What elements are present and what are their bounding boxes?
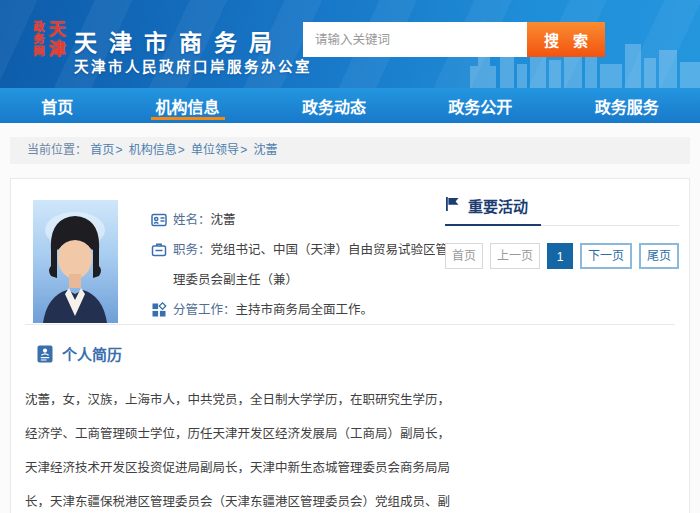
leader-portrait-photo [33, 200, 118, 323]
nav-item-label: 政务服务 [595, 94, 659, 118]
duties-label: 分管工作： [173, 303, 236, 317]
detail-row-position: 职务：党组书记、中国（天津）自由贸易试验区管理委员会副主任（兼） [151, 235, 451, 295]
breadcrumb-link-org-info[interactable]: 机构信息 [129, 143, 177, 157]
breadcrumb-link-unit-leaders[interactable]: 单位领导 [191, 143, 239, 157]
detail-row-duties: 分管工作：主持市商务局全面工作。 [151, 295, 451, 325]
nav-item-label: 政务动态 [302, 94, 366, 118]
important-activities-header: 重要活动 [445, 195, 679, 226]
breadcrumb-separator: > [240, 143, 247, 157]
breadcrumb: 当前位置： 首页> 机构信息> 单位领导> 沈蕾 [10, 137, 690, 164]
name-label: 姓名： [173, 213, 211, 227]
nav-item-label: 首页 [41, 94, 73, 118]
breadcrumb-prefix: 当前位置： [27, 143, 87, 157]
pagination-last-button[interactable]: 尾页 [639, 243, 679, 269]
section-divider [25, 324, 675, 325]
search-input[interactable] [303, 22, 527, 57]
resume-biography-text: 沈蕾，女，汉族，上海市人，中共党员，全日制大学学历，在职研究生学历， 经济学、工… [25, 383, 493, 513]
name-value: 沈蕾 [211, 213, 236, 227]
position-value: 党组书记、中国（天津）自由贸易试验区管理委员会副主任（兼） [173, 243, 448, 287]
nav-item-org-info[interactable]: 机构信息 [156, 88, 220, 123]
nav-item-gov-services[interactable]: 政务服务 [595, 88, 659, 123]
government-seal-logo: 天津 政务网 [16, 20, 64, 68]
nav-item-label: 机构信息 [156, 94, 220, 118]
leader-details: 姓名：沈蕾 职务：党组书记、中国（天津）自由贸易试验区管理委员会副主任（兼） [151, 205, 451, 325]
important-activities-panel: 重要活动 首页 上一页 1 下一页 尾页 [445, 195, 679, 269]
breadcrumb-current-page: 沈蕾 [253, 143, 277, 157]
content-card: 姓名：沈蕾 职务：党组书记、中国（天津）自由贸易试验区管理委员会副主任（兼） [10, 178, 690, 513]
nav-item-label: 政务公开 [448, 94, 512, 118]
seal-text-left: 政务网 [32, 21, 44, 57]
pagination-first-button[interactable]: 首页 [445, 243, 483, 269]
flag-icon [445, 196, 460, 215]
detail-row-name: 姓名：沈蕾 [151, 205, 451, 235]
resume-section-header: 个人简历 [37, 343, 122, 364]
breadcrumb-separator: > [115, 143, 122, 157]
nav-item-home[interactable]: 首页 [41, 88, 73, 123]
seal-text-right: 天津 [46, 20, 65, 60]
nav-item-gov-disclosure[interactable]: 政务公开 [448, 88, 512, 123]
nav-item-gov-news[interactable]: 政务动态 [302, 88, 366, 123]
position-label: 职务： [173, 243, 211, 257]
site-header: 天津 政务网 天津市商务局 天津市人民政府口岸服务办公室 搜 索 [0, 0, 700, 88]
pagination-next-button[interactable]: 下一页 [580, 243, 632, 269]
id-card-icon [151, 205, 167, 232]
site-search: 搜 索 [303, 22, 605, 57]
badge-icon [151, 235, 167, 262]
breadcrumb-separator: > [178, 143, 185, 157]
breadcrumb-link-home[interactable]: 首页 [90, 143, 114, 157]
activities-pagination: 首页 上一页 1 下一页 尾页 [445, 243, 679, 269]
pagination-prev-button[interactable]: 上一页 [490, 243, 540, 269]
blocks-icon [151, 295, 167, 322]
pagination-page-1-button[interactable]: 1 [547, 243, 573, 269]
section-title-underline [445, 224, 541, 226]
search-button[interactable]: 搜 索 [527, 22, 605, 57]
main-navigation: 首页 机构信息 政务动态 政务公开 政务服务 [0, 88, 700, 123]
important-activities-title: 重要活动 [468, 195, 528, 216]
duties-value: 主持市商务局全面工作。 [236, 303, 374, 317]
resume-section-title: 个人简历 [62, 343, 122, 364]
resume-icon [37, 345, 53, 363]
site-title: 天津市商务局 [74, 24, 284, 58]
active-tab-underline [151, 117, 225, 120]
site-subtitle: 天津市人民政府口岸服务办公室 [74, 55, 312, 76]
